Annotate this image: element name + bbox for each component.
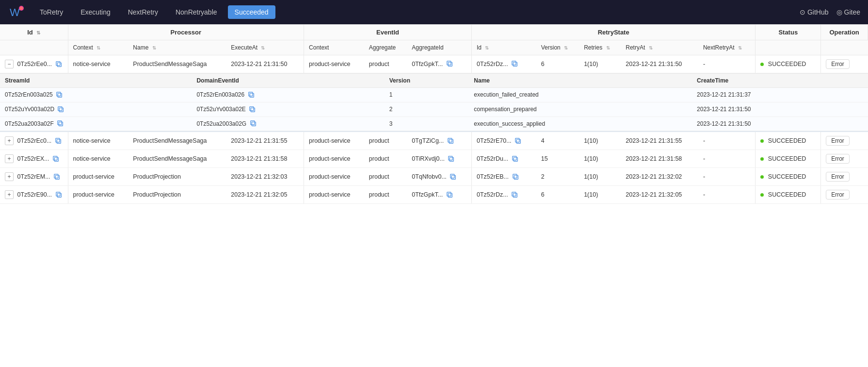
row-aggregate: product: [364, 55, 407, 73]
table-row: + 0Tz52rE90... product-service ProductPr…: [0, 186, 868, 204]
copy-icon[interactable]: [512, 156, 519, 163]
row-id: + 0Tz52rE90...: [0, 186, 68, 204]
row-retryid: 0Tz52rEB...: [472, 168, 536, 186]
expand-button[interactable]: +: [5, 190, 14, 199]
error-button[interactable]: Error: [826, 136, 850, 146]
github-link[interactable]: ⊙ GitHub: [800, 8, 829, 16]
error-button[interactable]: Error: [826, 172, 850, 182]
table-row: + 0Tz52rEc0... notice-service ProductSen…: [0, 132, 868, 150]
svg-rect-6: [448, 63, 452, 67]
svg-rect-9: [512, 61, 516, 65]
copy-icon[interactable]: [515, 138, 522, 145]
name-sort-icon[interactable]: ⇅: [152, 45, 156, 50]
row-retries: 1(10): [579, 150, 621, 168]
retries-sort-icon[interactable]: ⇅: [606, 45, 610, 50]
row-context: product-service: [68, 186, 128, 204]
retryat-sort-icon[interactable]: ⇅: [649, 45, 653, 50]
copy-icon[interactable]: [56, 192, 63, 199]
detail-createtime: 2023-12-21 21:31:50: [692, 102, 868, 117]
error-button[interactable]: Error: [826, 154, 850, 164]
svg-rect-7: [447, 61, 450, 65]
svg-rect-14: [60, 108, 64, 112]
aggregateid-value: 0TqNfobv0...: [412, 173, 447, 180]
svg-rect-4: [57, 63, 61, 67]
group-eventid-header: EventId: [304, 25, 472, 40]
copy-icon[interactable]: [56, 61, 63, 68]
main-table-wrap: Id ⇅ Processor EventId RetryState Status…: [0, 24, 868, 204]
svg-rect-36: [452, 175, 456, 179]
svg-point-3: [20, 7, 23, 10]
svg-rect-29: [53, 156, 57, 160]
sub-nextretryat-header: NextRetryAt ⇅: [698, 40, 755, 55]
copy-icon[interactable]: [512, 61, 518, 67]
detail-row: 0Tz52uYv003a02D 0Tz52uYv003a02E 2 compen…: [0, 102, 868, 117]
expand-button[interactable]: +: [5, 154, 14, 163]
expand-button[interactable]: −: [5, 60, 14, 68]
gitee-link[interactable]: ◎ Gitee: [836, 8, 860, 16]
error-button[interactable]: Error: [826, 190, 850, 200]
detail-streamid-header: StreamId: [0, 74, 192, 88]
svg-rect-33: [513, 156, 516, 160]
github-icon: ⊙: [800, 8, 805, 16]
row-event-context: product-service: [304, 55, 364, 73]
row-retryid: 0Tz52rDz...: [472, 55, 536, 73]
tab-nonretryable[interactable]: NonRetryable: [169, 5, 224, 19]
detail-row: 0Tz52ua2003a02F 0Tz52ua2003a02G 3 execut…: [0, 117, 868, 131]
row-retryat: 2023-12-21 21:31:55: [621, 132, 698, 150]
domaineventid-value: 0Tz52uYv003a02E: [196, 106, 245, 113]
logo: W: [8, 3, 25, 21]
sub-version-header: Version ⇅: [536, 40, 579, 55]
detail-streamid: 0Tz52uYv003a02D: [0, 102, 192, 117]
nextretryat-sort-icon[interactable]: ⇅: [738, 45, 742, 50]
table-row: − 0Tz52rEe0... notice-service ProductSen…: [0, 55, 868, 73]
sub-aggregateid-header: AggregateId: [407, 40, 471, 55]
copy-icon[interactable]: [53, 156, 60, 163]
tab-toretry[interactable]: ToRetry: [33, 5, 70, 19]
row-retryid: 0Tz52rE70...: [472, 132, 536, 150]
copy-icon[interactable]: [250, 120, 257, 127]
sub-header-row: Context ⇅ Name ⇅ ExecuteAt ⇅ Context Agg…: [0, 40, 868, 55]
copy-icon[interactable]: [57, 120, 64, 127]
copy-icon[interactable]: [447, 61, 453, 67]
copy-icon[interactable]: [447, 192, 453, 199]
copy-icon[interactable]: [448, 138, 454, 145]
status-text: SUCCEEDED: [768, 137, 806, 144]
copy-icon[interactable]: [513, 174, 519, 181]
aggregateid-value: 0TfzGpkT...: [412, 61, 443, 67]
copy-icon[interactable]: [448, 156, 455, 163]
status-dot: [760, 63, 764, 66]
tab-nextretry[interactable]: NextRetry: [121, 5, 165, 19]
copy-icon[interactable]: [56, 92, 63, 99]
row-event-context: product-service: [304, 186, 364, 204]
expand-button[interactable]: +: [5, 172, 14, 181]
expand-button[interactable]: +: [5, 136, 14, 145]
retryid-value: 0Tz52rEB...: [477, 173, 509, 180]
context-sort-icon[interactable]: ⇅: [96, 45, 100, 50]
version-sort-icon[interactable]: ⇅: [564, 45, 568, 50]
group-operation-header: Operation: [821, 25, 868, 40]
executeat-sort-icon[interactable]: ⇅: [261, 45, 265, 50]
svg-rect-45: [512, 192, 516, 196]
tab-executing[interactable]: Executing: [74, 5, 117, 19]
copy-icon[interactable]: [54, 174, 61, 181]
row-version: 15: [536, 150, 579, 168]
row-context: product-service: [68, 168, 128, 186]
row-aggregateid: 0TfzGpkT...: [407, 55, 471, 73]
id-sort-icon[interactable]: ⇅: [36, 30, 40, 35]
streamid-value: 0Tz52ua2003a02F: [5, 120, 54, 127]
tab-succeeded[interactable]: Succeeded: [228, 5, 275, 19]
copy-icon[interactable]: [249, 106, 256, 113]
copy-icon[interactable]: [55, 138, 62, 145]
error-button[interactable]: Error: [826, 59, 850, 69]
copy-icon[interactable]: [450, 174, 457, 181]
detail-name: compensation_prepared: [469, 102, 692, 117]
row-retries: 1(10): [579, 132, 621, 150]
id-value: 0Tz52rEM...: [17, 173, 50, 180]
copy-icon[interactable]: [512, 192, 518, 199]
copy-icon[interactable]: [248, 92, 255, 99]
row-aggregateid: 0TfzGpkT...: [407, 186, 471, 204]
retryid-sort-icon[interactable]: ⇅: [485, 45, 489, 50]
copy-icon[interactable]: [58, 106, 64, 113]
streamid-value: 0Tz52uYv003a02D: [5, 106, 54, 113]
row-status: SUCCEEDED: [755, 186, 821, 204]
